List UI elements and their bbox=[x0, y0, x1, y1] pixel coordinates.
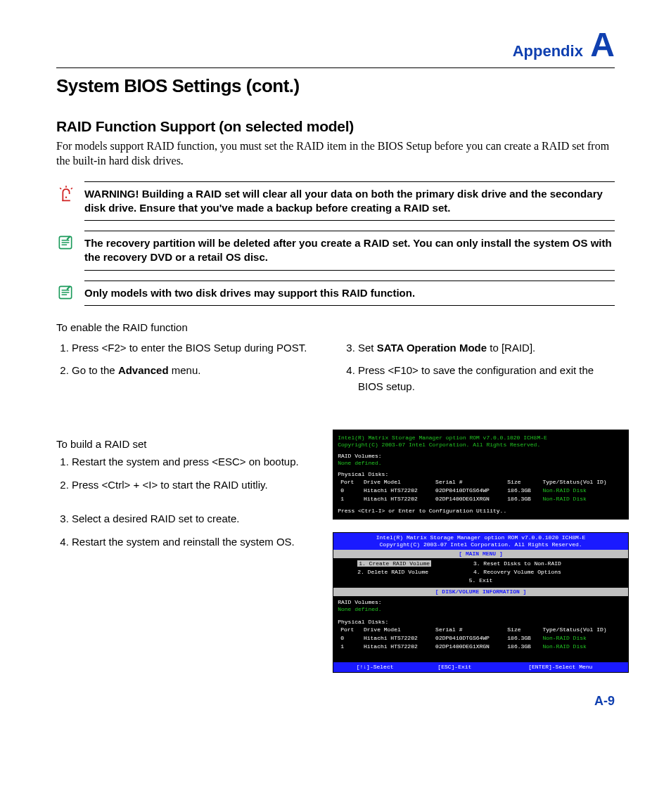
step-1: Press <F2> to enter the BIOS Setup durin… bbox=[72, 340, 328, 356]
build-step-3: Select a desired RAID set to create. bbox=[72, 511, 319, 527]
note-icon bbox=[56, 233, 77, 254]
enable-heading: To enable the RAID function bbox=[56, 321, 615, 333]
subsection-title: RAID Function Support (on selected model… bbox=[56, 118, 615, 135]
header-rule bbox=[56, 67, 615, 68]
appendix-label: Appendix bbox=[513, 42, 583, 60]
bios-screenshot-1: Intel(R) Matrix Storage Manager option R… bbox=[333, 430, 629, 520]
step-1-text: Press <F2> to enter the BIOS Setup durin… bbox=[72, 342, 307, 354]
page-number: A-9 bbox=[56, 694, 615, 709]
warning-icon bbox=[56, 184, 77, 205]
page-title: System BIOS Settings (cont.) bbox=[56, 75, 615, 97]
build-step-1: Restart the system and press <ESC> on bo… bbox=[72, 454, 319, 470]
build-step-2: Press <Ctrl> + <I> to start the RAID uti… bbox=[72, 477, 319, 494]
appendix-header: Appendix A bbox=[56, 28, 615, 62]
step-4: Press <F10> to save the configuration an… bbox=[358, 363, 615, 394]
warning-note: WARNING! Building a RAID set will clear … bbox=[56, 181, 615, 221]
info-note-1: The recovery partition will be deleted a… bbox=[56, 231, 615, 271]
note-icon bbox=[56, 283, 77, 304]
build-step-4: Restart the system and reinstall the sys… bbox=[72, 534, 319, 550]
svg-point-0 bbox=[65, 196, 67, 198]
step-3: Set SATA Operation Mode to [RAID]. bbox=[358, 340, 615, 356]
enable-steps: Press <F2> to enter the BIOS Setup durin… bbox=[56, 337, 615, 402]
intro-paragraph: For models support RAID function, you mu… bbox=[56, 139, 615, 169]
bios-screenshot-2: Intel(R) Matrix Storage Manager option R… bbox=[333, 532, 629, 673]
step-2: Go to the Advanced menu. bbox=[72, 363, 328, 379]
info-text-1: The recovery partition will be deleted a… bbox=[84, 233, 615, 268]
build-heading: To build a RAID set bbox=[56, 438, 319, 450]
bios-main-menu: 1. Create RAID Volume 3. Reset Disks to … bbox=[354, 560, 607, 585]
warning-text: WARNING! Building a RAID set will clear … bbox=[84, 184, 615, 219]
appendix-letter: A bbox=[590, 28, 615, 62]
build-raid-section: To build a RAID set Restart the system a… bbox=[56, 423, 615, 673]
info-note-2: Only models with two disk drives may sup… bbox=[56, 281, 615, 306]
info-text-2: Only models with two disk drives may sup… bbox=[84, 283, 615, 303]
